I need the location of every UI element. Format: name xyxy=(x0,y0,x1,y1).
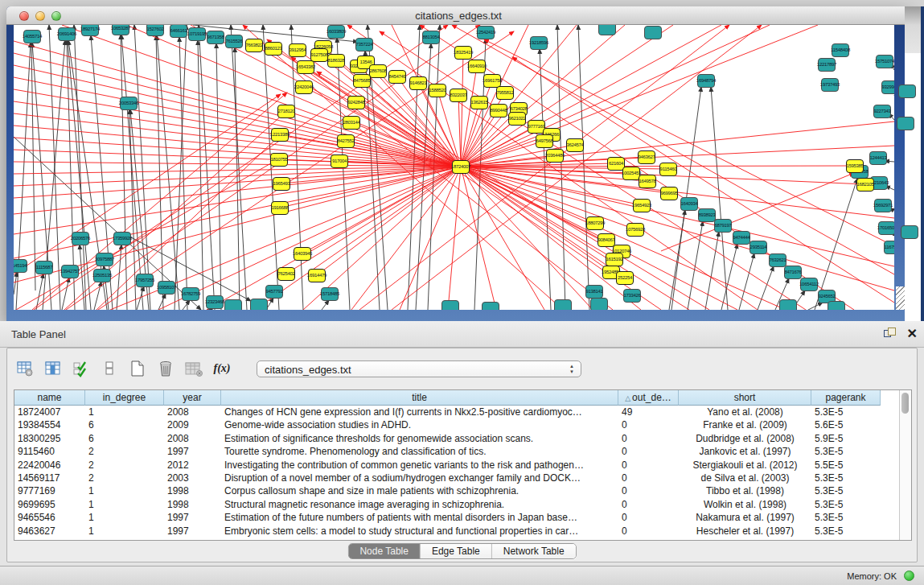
graph-node[interactable] xyxy=(250,299,268,311)
table-selector-combo[interactable]: citations_edges.txt ▲▼ xyxy=(257,360,581,377)
graph-node[interactable]: 8990448 xyxy=(490,104,507,117)
table-row[interactable]: 911546021997Tourette syndrome. Phenomeno… xyxy=(14,445,911,458)
vertical-scrollbar[interactable] xyxy=(899,390,911,540)
graph-node[interactable] xyxy=(898,84,916,98)
graph-node[interactable]: 1167533 xyxy=(884,241,894,254)
column-header-title[interactable]: title xyxy=(221,390,618,406)
graph-node[interactable]: 9329966 xyxy=(881,80,894,94)
graph-node[interactable]: 1595385 xyxy=(846,159,864,173)
graph-node[interactable]: 8427552 xyxy=(337,134,355,148)
graph-node[interactable]: 16914479 xyxy=(308,269,326,282)
graph-node[interactable] xyxy=(482,302,499,311)
graph-node[interactable]: 12213389 xyxy=(271,128,289,142)
graph-node[interactable]: 9463627 xyxy=(638,150,655,164)
graph-node[interactable]: 8322037 xyxy=(450,89,467,102)
scrollbar-thumb[interactable] xyxy=(901,393,909,414)
graph-node[interactable]: 30975887 xyxy=(96,253,113,266)
graph-node[interactable]: 1733426 xyxy=(623,289,641,303)
graph-node[interactable]: 9621022 xyxy=(508,112,526,126)
table-row[interactable]: 1830029562008Estimation of significance … xyxy=(14,432,911,445)
graph-node[interactable]: 9127508 xyxy=(310,48,328,62)
graph-node[interactable] xyxy=(224,299,242,311)
graph-node[interactable]: 7955812 xyxy=(496,86,514,100)
graph-node[interactable]: 3912954 xyxy=(289,43,306,57)
graph-hub-node[interactable]: 18724007 xyxy=(452,160,470,174)
graph-node[interactable]: 9138141 xyxy=(585,285,603,299)
graph-node[interactable] xyxy=(897,117,914,130)
graph-node[interactable]: 10653287 xyxy=(112,25,129,35)
graph-node[interactable]: 1965493 xyxy=(273,177,290,191)
select-all-icon[interactable] xyxy=(72,359,91,378)
graph-node[interactable]: 1588520 xyxy=(429,84,446,97)
graph-node[interactable] xyxy=(779,299,797,311)
graph-node[interactable]: 9146821 xyxy=(409,76,427,90)
graph-node[interactable]: 2718120 xyxy=(277,105,295,118)
column-header-pagerank[interactable]: pagerank xyxy=(811,390,881,406)
graph-node[interactable]: 16033809 xyxy=(327,25,345,39)
graph-node[interactable]: 1615192 xyxy=(606,253,623,266)
graph-node[interactable]: 1244413 xyxy=(869,151,887,165)
function-builder-icon[interactable]: f(x) xyxy=(212,359,232,378)
graph-node[interactable]: 10719195 xyxy=(188,27,206,41)
graph-node[interactable]: 8938923 xyxy=(698,208,716,222)
graph-node[interactable]: 1115687 xyxy=(35,261,53,274)
graph-node[interactable]: 9242848 xyxy=(347,96,365,109)
close-icon[interactable]: ✕ xyxy=(907,326,918,341)
graph-node[interactable]: 2935114 xyxy=(749,241,767,254)
table-row[interactable]: 946554611997Estimation of the future num… xyxy=(14,511,911,524)
graph-node[interactable]: 17359928 xyxy=(113,232,131,245)
background-network-window[interactable] xyxy=(905,6,924,321)
graph-node[interactable] xyxy=(644,26,662,39)
graph-node[interactable]: 9227343 xyxy=(873,105,891,118)
graph-node[interactable]: 17016504 xyxy=(878,221,894,235)
table-row[interactable]: 1456911722003Disruption of a novel membe… xyxy=(14,472,911,484)
network-canvas[interactable]: 1405571420691406189271741065328715276026… xyxy=(14,25,894,310)
graph-node[interactable]: 20053346 xyxy=(120,97,138,110)
graph-node[interactable]: 20691406 xyxy=(58,27,76,41)
show-columns-icon[interactable] xyxy=(43,359,63,378)
graph-node[interactable]: 9671358 xyxy=(207,31,224,44)
graph-node[interactable]: 7357224 xyxy=(355,38,373,51)
graph-node[interactable]: 2867608 xyxy=(369,64,387,78)
graph-node[interactable]: 10025453 xyxy=(622,167,640,180)
graph-node[interactable]: 19737493 xyxy=(821,78,839,92)
graph-node[interactable]: 12323468 xyxy=(206,295,224,309)
graph-node[interactable]: 18927174 xyxy=(81,25,99,36)
graph-node[interactable]: 7625402 xyxy=(277,267,295,281)
graph-node[interactable]: 7663822 xyxy=(245,39,263,52)
table-row[interactable]: 2242004622012Investigating the contribut… xyxy=(14,459,911,472)
graph-node[interactable]: 8471676 xyxy=(784,266,802,279)
graph-node[interactable] xyxy=(554,299,572,311)
column-header-name[interactable]: name xyxy=(14,390,85,406)
graph-node[interactable]: 15692971 xyxy=(874,199,892,212)
graph-node[interactable]: 7615526 xyxy=(225,35,243,48)
graph-node[interactable]: 2803144 xyxy=(343,116,360,130)
graph-node[interactable]: 10756928 xyxy=(626,223,644,237)
tab-edge-table[interactable]: Edge Table xyxy=(420,544,491,558)
table-row[interactable]: 1938455462009Genome-wide association stu… xyxy=(14,418,911,431)
graph-node[interactable]: 18807299 xyxy=(586,216,604,230)
graph-node[interactable]: 8860123 xyxy=(265,42,282,56)
graph-node[interactable]: 14055714 xyxy=(23,30,41,43)
graph-node[interactable]: 16403945 xyxy=(294,247,311,261)
graph-node[interactable]: 1362615 xyxy=(470,96,488,109)
graph-node[interactable]: 16782759 xyxy=(182,287,199,301)
graph-node[interactable]: 17957255 xyxy=(136,274,154,287)
graph-node[interactable] xyxy=(901,225,918,239)
graph-node[interactable]: 9084067 xyxy=(598,233,615,247)
graph-node[interactable] xyxy=(598,25,616,35)
graph-node[interactable]: 13942757 xyxy=(61,265,79,278)
table-row[interactable]: 1872400712008Changes of HCN gene express… xyxy=(14,406,911,418)
graph-node[interactable]: 1640934 xyxy=(680,197,698,211)
column-header-out_de[interactable]: △out_de… xyxy=(618,390,679,406)
graph-node[interactable] xyxy=(827,301,845,311)
graph-node[interactable]: 20206576 xyxy=(72,232,89,245)
column-header-short[interactable]: short xyxy=(679,390,811,406)
graph-node[interactable]: 7632621 xyxy=(769,253,786,267)
graph-node[interactable]: 15751074 xyxy=(876,55,893,68)
graph-node[interactable]: 6466161 xyxy=(170,25,187,38)
graph-node[interactable]: 20364486 xyxy=(546,149,564,163)
graph-node[interactable]: 16948794 xyxy=(697,74,715,88)
table-row[interactable]: 946362711997Embryonic stem cells: a mode… xyxy=(14,525,911,538)
graph-node[interactable]: 19654923 xyxy=(633,199,651,212)
